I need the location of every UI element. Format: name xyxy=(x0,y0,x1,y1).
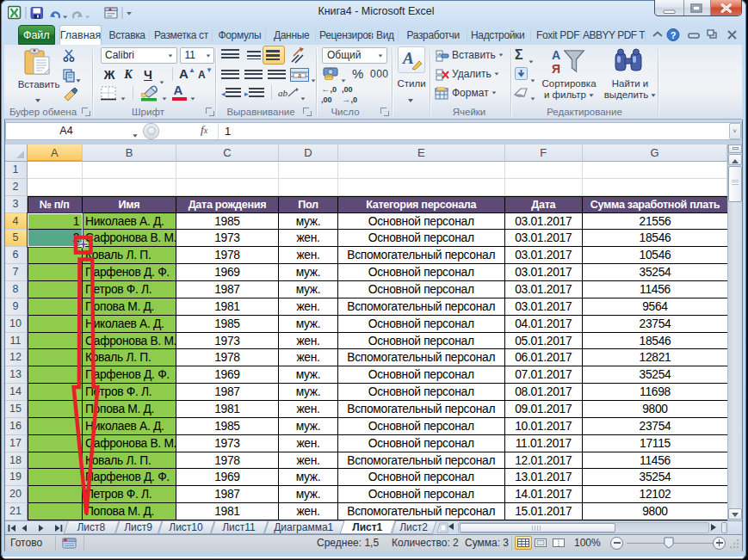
svg-text:+: + xyxy=(438,51,442,56)
svg-text:?: ? xyxy=(671,30,677,40)
svg-text:Я: Я xyxy=(552,62,560,76)
svg-text:А: А xyxy=(552,48,560,62)
svg-text:ab: ab xyxy=(278,88,288,98)
svg-text:a: a xyxy=(298,72,301,78)
